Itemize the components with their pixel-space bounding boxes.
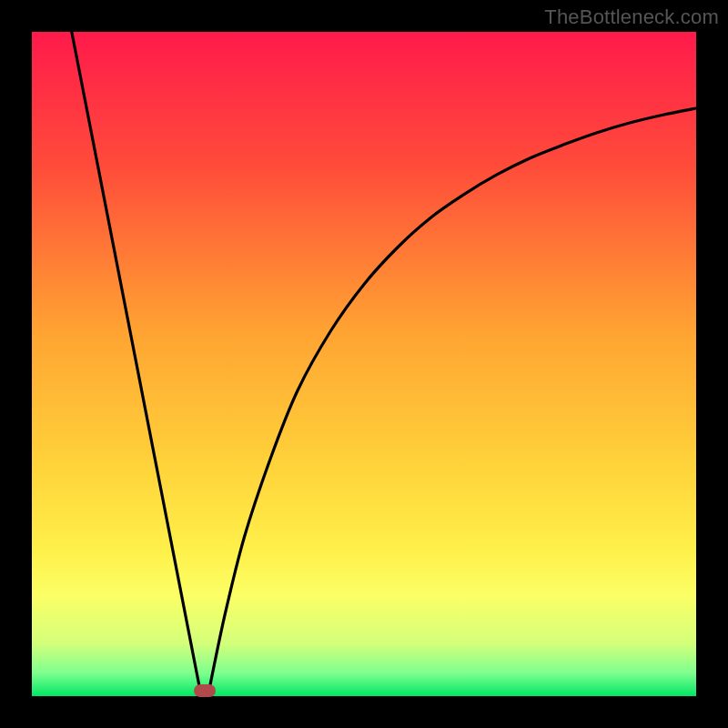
chart-frame [32,32,696,696]
bottleneck-chart [32,32,696,696]
watermark-text: TheBottleneck.com [544,5,719,29]
bottleneck-marker [194,684,216,697]
